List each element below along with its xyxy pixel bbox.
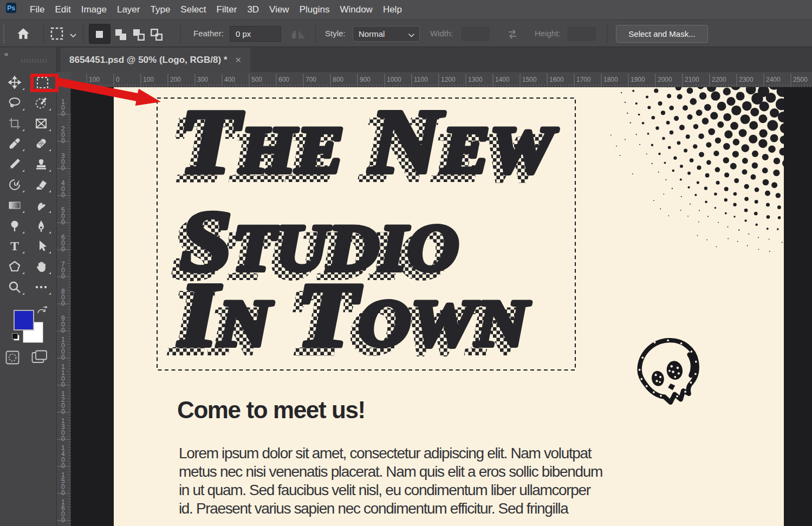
svg-text:1000: 1000 xyxy=(387,76,401,83)
svg-text:0: 0 xyxy=(116,76,120,83)
svg-text:0: 0 xyxy=(61,408,65,415)
svg-text:500: 500 xyxy=(251,76,262,83)
svg-text:T: T xyxy=(10,239,19,252)
svg-text:1500: 1500 xyxy=(522,76,537,83)
svg-text:400: 400 xyxy=(224,76,235,83)
svg-text:0: 0 xyxy=(61,381,65,388)
svg-text:900: 900 xyxy=(360,76,371,83)
svg-text:300: 300 xyxy=(197,76,208,83)
svg-text:0: 0 xyxy=(61,327,65,334)
svg-text:1900: 1900 xyxy=(631,76,645,83)
svg-text:0: 0 xyxy=(61,435,65,443)
svg-text:1200: 1200 xyxy=(441,76,456,83)
svg-text:0: 0 xyxy=(61,272,65,280)
svg-text:2500: 2500 xyxy=(793,76,808,83)
svg-text:2000: 2000 xyxy=(658,76,672,83)
svg-text:200: 200 xyxy=(170,76,181,83)
svg-text:1600: 1600 xyxy=(549,76,564,83)
svg-text:0: 0 xyxy=(61,516,65,524)
svg-text:600: 600 xyxy=(278,76,289,83)
svg-text:2200: 2200 xyxy=(712,76,726,83)
svg-text:0: 0 xyxy=(61,137,65,145)
svg-text:100: 100 xyxy=(143,76,154,83)
svg-text:0: 0 xyxy=(61,462,65,470)
svg-text:1800: 1800 xyxy=(603,76,618,83)
svg-text:0: 0 xyxy=(61,164,65,172)
svg-text:1300: 1300 xyxy=(468,76,483,83)
svg-text:2100: 2100 xyxy=(685,76,699,83)
svg-text:1700: 1700 xyxy=(576,76,591,83)
svg-text:700: 700 xyxy=(306,76,316,83)
svg-text:0: 0 xyxy=(61,489,65,497)
svg-text:0: 0 xyxy=(61,110,65,118)
svg-text:0: 0 xyxy=(61,354,65,361)
svg-text:2400: 2400 xyxy=(766,76,781,83)
svg-text:1400: 1400 xyxy=(495,76,510,83)
svg-text:0: 0 xyxy=(61,218,65,226)
svg-text:2300: 2300 xyxy=(739,76,753,83)
svg-text:100: 100 xyxy=(89,76,100,83)
svg-text:0: 0 xyxy=(61,191,65,199)
svg-text:800: 800 xyxy=(333,76,343,83)
svg-text:0: 0 xyxy=(61,245,65,253)
svg-text:1100: 1100 xyxy=(414,76,428,83)
svg-text:0: 0 xyxy=(61,300,65,307)
